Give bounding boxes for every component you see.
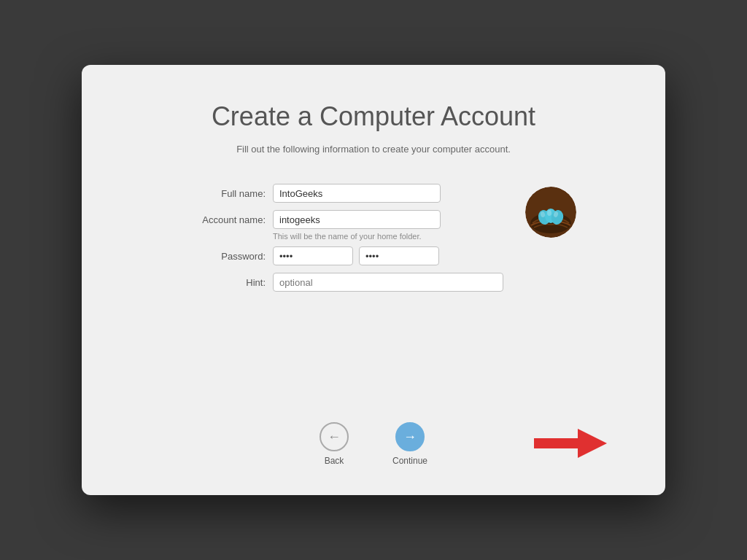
password-confirm-input[interactable]	[359, 246, 439, 265]
back-label: Back	[325, 456, 344, 466]
hint-label: Hint:	[171, 277, 266, 288]
dialog-subtitle: Fill out the following information to cr…	[236, 144, 511, 155]
hint-row: Hint:	[171, 273, 503, 292]
back-arrow-icon: ←	[328, 429, 341, 445]
form-fields: Full name: Account name: This will be th…	[171, 184, 503, 299]
back-button[interactable]: ← Back	[320, 422, 349, 466]
avatar[interactable]	[525, 187, 576, 238]
account-name-row: Account name:	[171, 210, 503, 229]
full-name-row: Full name:	[171, 184, 503, 203]
svg-marker-8	[534, 429, 607, 458]
full-name-input[interactable]	[273, 184, 441, 203]
continue-circle: →	[395, 422, 425, 451]
hint-input[interactable]	[273, 273, 503, 292]
account-name-input[interactable]	[273, 210, 441, 229]
button-row: ← Back → Continue	[320, 393, 427, 466]
password-label: Password:	[171, 251, 266, 262]
account-name-helper: This will be the name of your home folde…	[273, 232, 503, 241]
continue-arrow-icon: →	[403, 429, 417, 445]
back-circle: ←	[320, 422, 349, 451]
password-inputs	[273, 246, 439, 265]
full-name-label: Full name:	[171, 188, 266, 199]
svg-point-6	[547, 210, 551, 216]
red-arrow-indicator	[534, 425, 607, 464]
account-name-label: Account name:	[171, 214, 266, 225]
create-account-dialog: Create a Computer Account Fill out the f…	[82, 65, 665, 495]
continue-button[interactable]: → Continue	[392, 422, 427, 466]
form-area: Full name: Account name: This will be th…	[171, 184, 576, 299]
dialog-title: Create a Computer Account	[212, 101, 535, 132]
password-input[interactable]	[273, 246, 353, 265]
continue-label: Continue	[392, 456, 427, 466]
password-row: Password:	[171, 246, 503, 265]
